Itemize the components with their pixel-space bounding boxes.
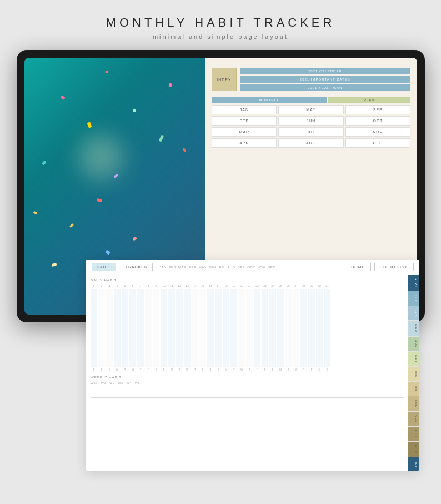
tab-apr[interactable]: APR — [408, 337, 419, 352]
plan-header: PLAN — [328, 97, 410, 103]
nav-may[interactable]: MAY — [199, 266, 207, 269]
nav-dec[interactable]: DEC — [268, 266, 275, 269]
tab-sep[interactable]: SEP — [408, 412, 419, 427]
weekly-habit-section: WEEKLY HABIT W53 W1 W2 W3 W4 W5 — [91, 376, 404, 422]
days-row: F S S M T W T F S S M T W T F S S — [91, 368, 404, 371]
tab-jun[interactable]: JUN — [408, 367, 419, 382]
tab-nov[interactable]: NOV — [408, 442, 419, 457]
index-section: INDEX 2021 CALENDAR 2021 IMPORTANT DATES… — [212, 68, 410, 91]
nav-apr[interactable]: APR — [189, 266, 197, 269]
month-row-2: FEB JUN OCT — [212, 116, 410, 126]
nav-jul[interactable]: JUL — [218, 266, 225, 269]
habit-button[interactable]: HABIT — [92, 263, 116, 271]
weekly-row-1 — [91, 388, 404, 398]
monthly-grid: MONTHLY PLAN JAN MAY SEP FEB JUN OCT MAR… — [212, 97, 410, 149]
side-tabs: 2021 JAN FEB MAR APR MAY JUN JUL AUG SEP… — [408, 275, 419, 471]
weekly-rows — [91, 388, 404, 422]
page-title: MONTHLY HABIT TRACKER — [0, 16, 441, 30]
weekly-row-3 — [91, 412, 404, 422]
month-jan: JAN — [212, 105, 277, 114]
tab-jan[interactable]: JAN — [408, 291, 419, 306]
tab-mar[interactable]: MAR — [408, 321, 419, 336]
nav-sep[interactable]: SEP — [238, 266, 245, 269]
month-dec: DEC — [345, 138, 410, 148]
tab-year[interactable]: 2021 — [408, 275, 419, 291]
month-aug: AUG — [278, 138, 343, 148]
nav-oct[interactable]: OCT — [247, 266, 255, 269]
monthly-header-row: MONTHLY PLAN — [212, 97, 410, 103]
tab-feb[interactable]: FEB — [408, 306, 419, 321]
month-row-1: JAN MAY SEP — [212, 105, 410, 114]
tab-jul[interactable]: JUL — [408, 382, 419, 396]
month-jun: JUN — [278, 116, 343, 126]
ht-body: DAILY HABIT 1 2 3 4 5 6 7 8 9 10 11 12 1… — [86, 275, 419, 471]
month-row-4: APR AUG DEC — [212, 138, 410, 148]
month-row-3: MAR JUL NOV — [212, 127, 410, 137]
home-button[interactable]: HOME — [345, 263, 371, 271]
month-mar: MAR — [212, 127, 277, 137]
month-jul: JUL — [278, 127, 343, 137]
page-subtitle: minimal and simple page layout — [0, 33, 441, 40]
tracker-button[interactable]: TRACKER — [121, 263, 153, 271]
index-item-yearplan: 2021 YEAR PLAN — [240, 84, 410, 91]
month-nov: NOV — [345, 127, 410, 137]
tab-aug[interactable]: AUG — [408, 396, 419, 412]
tab-may[interactable]: MAY — [408, 352, 419, 367]
weekly-habit-label: WEEKLY HABIT — [91, 376, 404, 379]
nav-mar[interactable]: MAR — [178, 266, 187, 269]
habit-tracker-document: HABIT TRACKER JAN FEB MAR APR MAY JUN JU… — [86, 260, 419, 471]
index-label: INDEX — [212, 68, 236, 91]
numbers-row: 1 2 3 4 5 6 7 8 9 10 11 12 13 14 15 16 1 — [91, 284, 404, 287]
monthly-header: MONTHLY — [212, 97, 327, 103]
daily-habit-section: DAILY HABIT 1 2 3 4 5 6 7 8 9 10 11 12 1… — [91, 278, 404, 371]
month-feb: FEB — [212, 116, 277, 126]
tab-dec[interactable]: DEC — [408, 457, 419, 471]
index-items: 2021 CALENDAR 2021 IMPORTANT DATES 2021 … — [240, 68, 410, 91]
tab-oct[interactable]: OCT — [408, 427, 419, 442]
month-may: MAY — [278, 105, 343, 114]
daily-habit-label: DAILY HABIT — [91, 278, 404, 282]
ht-header: HABIT TRACKER JAN FEB MAR APR MAY JUN JU… — [86, 260, 419, 275]
nav-feb[interactable]: FEB — [169, 266, 176, 269]
weekly-row-2 — [91, 400, 404, 410]
index-item-important: 2021 IMPORTANT DATES — [240, 76, 410, 83]
month-apr: APR — [212, 138, 277, 148]
nav-nov[interactable]: NOV — [257, 266, 265, 269]
nav-aug[interactable]: AUG — [227, 266, 235, 269]
habit-grid — [91, 289, 404, 367]
months-nav: JAN FEB MAR APR MAY JUN JUL AUG SEP OCT … — [159, 266, 275, 269]
month-sep: SEP — [345, 105, 410, 114]
todo-button[interactable]: TO DO LIST — [374, 263, 414, 271]
nav-jan[interactable]: JAN — [159, 266, 167, 269]
nav-jun[interactable]: JUN — [209, 266, 216, 269]
grid-columns — [91, 289, 404, 367]
index-item-calendar: 2021 CALENDAR — [240, 68, 410, 74]
weekly-labels: W53 W1 W2 W3 W4 W5 — [91, 381, 404, 385]
header: MONTHLY HABIT TRACKER minimal and simple… — [0, 0, 441, 46]
right-buttons: HOME TO DO LIST — [345, 263, 414, 271]
ht-main-content: DAILY HABIT 1 2 3 4 5 6 7 8 9 10 11 12 1… — [86, 275, 408, 471]
month-oct: OCT — [345, 116, 410, 126]
